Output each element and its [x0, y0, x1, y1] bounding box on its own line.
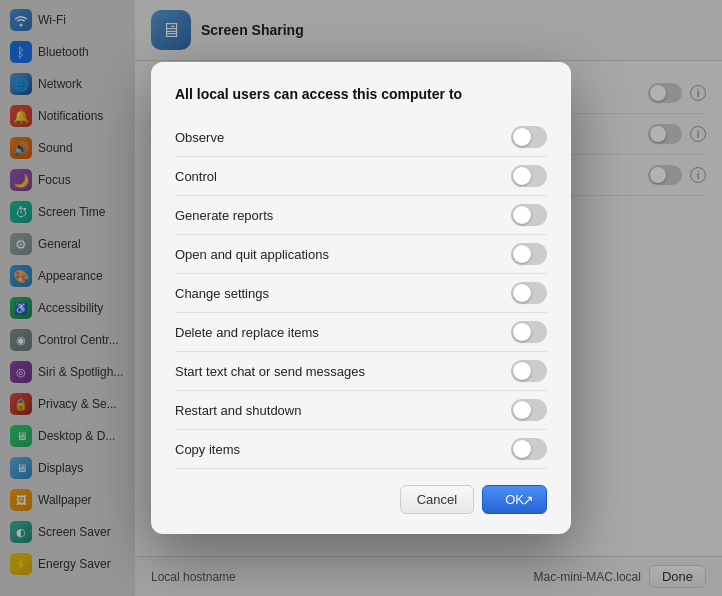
open-quit-toggle[interactable] [511, 243, 547, 265]
modal-buttons: Cancel OK ↗ [175, 485, 547, 514]
modal-row-open-quit: Open and quit applications [175, 235, 547, 274]
modal-row-change-settings: Change settings [175, 274, 547, 313]
modal-title: All local users can access this computer… [175, 86, 547, 102]
modal-row-observe: Observe [175, 118, 547, 157]
cancel-button[interactable]: Cancel [400, 485, 474, 514]
modal-row-control-label: Control [175, 169, 217, 184]
modal-row-delete-replace-label: Delete and replace items [175, 325, 319, 340]
modal-row-control: Control [175, 157, 547, 196]
modal-row-copy-items: Copy items [175, 430, 547, 469]
modal-row-restart-shutdown: Restart and shutdown [175, 391, 547, 430]
modal-overlay: All local users can access this computer… [0, 0, 722, 596]
modal-row-observe-label: Observe [175, 130, 224, 145]
change-settings-toggle[interactable] [511, 282, 547, 304]
delete-replace-toggle[interactable] [511, 321, 547, 343]
control-toggle[interactable] [511, 165, 547, 187]
modal-row-generate-reports: Generate reports [175, 196, 547, 235]
modal-row-start-text-chat-label: Start text chat or send messages [175, 364, 365, 379]
restart-shutdown-toggle[interactable] [511, 399, 547, 421]
start-text-chat-toggle[interactable] [511, 360, 547, 382]
generate-reports-toggle[interactable] [511, 204, 547, 226]
modal-row-restart-shutdown-label: Restart and shutdown [175, 403, 301, 418]
ok-label: OK [505, 492, 524, 507]
modal-row-change-settings-label: Change settings [175, 286, 269, 301]
modal-row-open-quit-label: Open and quit applications [175, 247, 329, 262]
modal-row-start-text-chat: Start text chat or send messages [175, 352, 547, 391]
modal-dialog: All local users can access this computer… [151, 62, 571, 534]
modal-row-copy-items-label: Copy items [175, 442, 240, 457]
observe-toggle[interactable] [511, 126, 547, 148]
modal-row-delete-replace: Delete and replace items [175, 313, 547, 352]
copy-items-toggle[interactable] [511, 438, 547, 460]
modal-row-generate-reports-label: Generate reports [175, 208, 273, 223]
ok-button[interactable]: OK ↗ [482, 485, 547, 514]
